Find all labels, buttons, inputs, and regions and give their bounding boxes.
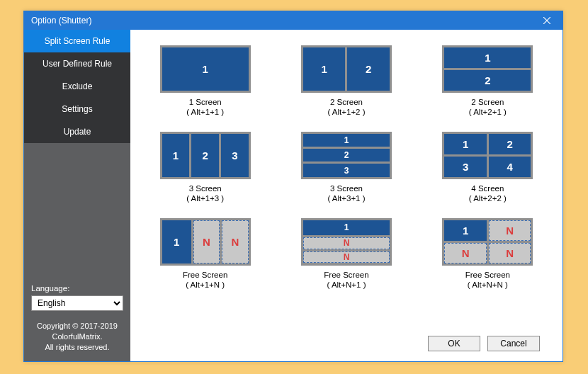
rule-cell[interactable]: 1NNNFree Screen( Alt+N+N ) <box>442 218 533 290</box>
rule-hotkey: ( Alt+1+3 ) <box>186 193 224 203</box>
rule-title: Free Screen <box>324 270 368 280</box>
pane-free: N <box>444 243 487 264</box>
pane-free: N <box>193 220 220 264</box>
pane: 1 <box>162 134 190 177</box>
sidebar-spacer <box>24 143 130 278</box>
rule-cell[interactable]: 1233 Screen( Alt+1+3 ) <box>160 132 251 204</box>
sidebar: Split Screen RuleUser Defined RuleExclud… <box>24 30 130 361</box>
ok-button[interactable]: OK <box>428 336 480 351</box>
pane-free: N <box>489 243 531 264</box>
pane-free: N <box>489 220 531 241</box>
pane: 1 <box>444 47 531 68</box>
rule-diagram: 1NN <box>301 218 392 266</box>
pane: 3 <box>303 164 390 176</box>
rule-cell[interactable]: 12344 Screen( Alt+2+2 ) <box>442 132 533 204</box>
close-icon <box>543 17 550 24</box>
pane: 1 <box>303 220 390 236</box>
rule-caption: 3 Screen( Alt+1+3 ) <box>186 183 224 204</box>
rule-caption: 3 Screen( Alt+3+1 ) <box>327 183 365 204</box>
pane-free: N <box>303 251 390 264</box>
rule-cell[interactable]: 1NNFree Screen( Alt+N+1 ) <box>301 218 392 290</box>
pane-free: N <box>303 237 390 249</box>
rule-diagram: 12 <box>442 45 533 93</box>
rule-diagram: 123 <box>301 132 392 179</box>
pane: 2 <box>303 149 390 162</box>
rule-cell[interactable]: 1233 Screen( Alt+3+1 ) <box>301 132 392 204</box>
rule-title: Free Screen <box>465 270 510 280</box>
pane: 1 <box>303 47 346 91</box>
rule-caption: 2 Screen( Alt+2+1 ) <box>469 97 507 118</box>
rule-title: 4 Screen <box>469 183 507 193</box>
rule-cell[interactable]: 1NNFree Screen( Alt+1+N ) <box>160 218 251 290</box>
rule-caption: 2 Screen( Alt+1+2 ) <box>327 97 365 118</box>
sidebar-bottom: Language: English Copyright © 2017-2019 … <box>24 278 130 361</box>
copyright-line: Copyright © 2017-2019 <box>31 321 123 332</box>
rule-caption: Free Screen( Alt+N+1 ) <box>324 270 368 290</box>
language-label: Language: <box>31 284 123 293</box>
pane: 3 <box>444 157 487 177</box>
copyright: Copyright © 2017-2019 ColorfulMatrix. Al… <box>31 321 123 353</box>
rule-caption: 4 Screen( Alt+2+2 ) <box>469 183 507 204</box>
pane: 1 <box>303 134 390 147</box>
rule-title: 3 Screen <box>186 183 224 193</box>
rule-grid: 11 Screen( Alt+1+1 )122 Screen( Alt+1+2 … <box>150 45 543 290</box>
rule-hotkey: ( Alt+3+1 ) <box>327 193 365 203</box>
pane-free: N <box>222 220 248 264</box>
copyright-line: All rights reserved. <box>31 342 123 353</box>
rule-hotkey: ( Alt+N+1 ) <box>324 280 368 290</box>
sidebar-item[interactable]: Split Screen Rule <box>24 30 130 52</box>
rule-title: 3 Screen <box>327 183 365 193</box>
rule-caption: 1 Screen( Alt+1+1 ) <box>186 97 224 118</box>
sidebar-item[interactable]: Update <box>24 120 130 143</box>
rule-diagram: 123 <box>160 132 251 179</box>
rule-title: Free Screen <box>183 270 227 280</box>
pane: 1 <box>162 220 191 264</box>
rule-title: 2 Screen <box>469 97 507 107</box>
pane: 2 <box>191 134 219 177</box>
rule-diagram: 12 <box>301 45 392 93</box>
rule-diagram: 1234 <box>442 132 533 179</box>
rule-caption: Free Screen( Alt+1+N ) <box>183 270 227 290</box>
rule-hotkey: ( Alt+2+2 ) <box>469 193 507 203</box>
window-title: Option (Shutter) <box>31 16 531 26</box>
rule-hotkey: ( Alt+N+N ) <box>465 280 510 290</box>
rule-diagram: 1NN <box>160 218 251 266</box>
pane: 1 <box>444 220 487 241</box>
rule-hotkey: ( Alt+1+N ) <box>183 280 227 290</box>
close-button[interactable] <box>531 11 562 30</box>
sidebar-item[interactable]: Exclude <box>24 75 130 98</box>
rule-cell[interactable]: 122 Screen( Alt+1+2 ) <box>301 45 392 118</box>
rule-title: 1 Screen <box>186 97 224 107</box>
pane: 2 <box>489 134 531 154</box>
titlebar: Option (Shutter) <box>24 11 562 30</box>
pane: 2 <box>444 70 531 91</box>
pane: 2 <box>347 47 390 91</box>
rule-cell[interactable]: 122 Screen( Alt+2+1 ) <box>442 45 533 118</box>
rule-cell[interactable]: 11 Screen( Alt+1+1 ) <box>160 45 251 118</box>
pane: 4 <box>489 157 531 177</box>
sidebar-item[interactable]: Settings <box>24 98 130 120</box>
copyright-line: ColorfulMatrix. <box>31 332 123 342</box>
window-body: Split Screen RuleUser Defined RuleExclud… <box>24 30 562 361</box>
rule-hotkey: ( Alt+1+2 ) <box>327 107 365 117</box>
rule-hotkey: ( Alt+1+1 ) <box>186 107 224 117</box>
rule-diagram: 1NNN <box>442 218 533 266</box>
option-window: Option (Shutter) Split Screen RuleUser D… <box>23 11 563 362</box>
pane: 3 <box>221 134 249 177</box>
rule-hotkey: ( Alt+2+1 ) <box>469 107 507 117</box>
rule-diagram: 1 <box>160 45 251 93</box>
sidebar-item[interactable]: User Defined Rule <box>24 52 130 75</box>
footer: OK Cancel <box>150 332 543 354</box>
main-panel: 11 Screen( Alt+1+1 )122 Screen( Alt+1+2 … <box>130 30 562 361</box>
pane: 1 <box>162 47 249 91</box>
language-select[interactable]: English <box>31 295 123 311</box>
rule-title: 2 Screen <box>327 97 365 107</box>
rule-caption: Free Screen( Alt+N+N ) <box>465 270 510 290</box>
cancel-button[interactable]: Cancel <box>487 336 540 351</box>
pane: 1 <box>444 134 487 154</box>
